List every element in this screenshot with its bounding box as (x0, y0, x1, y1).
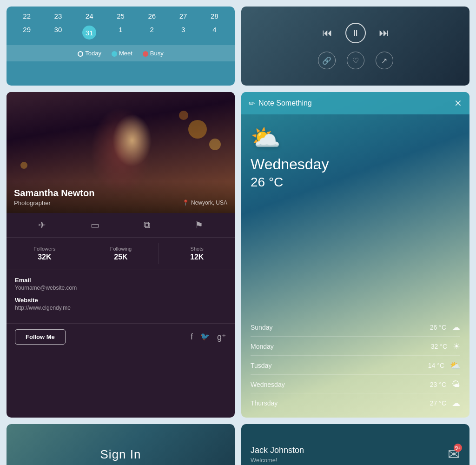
calendar-row1: 22 23 24 25 26 27 28 29 30 31 1 2 3 4 (7, 7, 235, 45)
legend-busy: Busy (143, 50, 164, 57)
music-player-card: ⏮ ⏸ ⏭ 🔗 ♡ ↗ (241, 7, 469, 86)
main-grid: 22 23 24 25 26 27 28 29 30 31 1 2 3 4 To… (0, 0, 476, 465)
forecast-row: Wednesday 23 °C 🌤 (251, 379, 460, 393)
forecast-icon: ☁ (452, 322, 460, 332)
close-button[interactable]: ✕ (454, 98, 462, 109)
profile-action-icons: ✈ ▭ ⧉ ⚑ (7, 213, 235, 238)
forecast-row: Thursday 27 °C ☁ (251, 398, 460, 408)
busy-dot (143, 51, 148, 57)
location-pin-icon: 📍 (182, 199, 189, 206)
cal-day: 27 (167, 10, 198, 22)
cal-day[interactable]: 3 (167, 24, 198, 41)
cal-day: 23 (42, 10, 73, 22)
signin-title: Sign In (100, 447, 141, 462)
cal-day: 24 (74, 10, 105, 22)
cal-day: 22 (11, 10, 42, 22)
profile-photo: Samantha Newton Photographer 📍 Newyork, … (7, 92, 235, 213)
shots-stat: Shots 12K (159, 243, 235, 264)
profile-name: Samantha Newton (14, 188, 227, 199)
send-icon[interactable]: ✈ (38, 219, 46, 231)
email-row: Email Yourname@website.com (15, 277, 226, 291)
calendar-legend: Today Meet Busy (7, 45, 235, 61)
legend-today: Today (78, 50, 101, 57)
cal-day[interactable]: 29 (11, 24, 42, 41)
chat-icon[interactable]: ⧉ (144, 219, 150, 231)
calendar-card: 22 23 24 25 26 27 28 29 30 31 1 2 3 4 To… (7, 7, 235, 86)
bokeh (209, 139, 221, 150)
current-day: Wednesday (251, 156, 460, 173)
follow-me-button[interactable]: Follow Me (15, 329, 66, 345)
note-title: ✏ Note Something (249, 99, 312, 108)
profile-location: 📍 Newyork, USA (182, 199, 227, 206)
notification-name: Jack Johnston (251, 445, 440, 455)
tablet-icon[interactable]: ▭ (91, 219, 99, 231)
weather-main-icon: ⛅ (251, 124, 460, 152)
today-dot (78, 51, 83, 57)
forecast-icon: 🌤 (452, 379, 460, 389)
googleplus-icon[interactable]: g⁺ (217, 332, 226, 342)
current-temp: 26 °C (251, 175, 460, 190)
cal-day: 26 (136, 10, 167, 22)
heart-button[interactable]: ♡ (347, 52, 364, 69)
cal-day[interactable]: 30 (42, 24, 73, 41)
next-button[interactable]: ⏭ (379, 27, 389, 39)
weather-forecast-list: Sunday 26 °C ☁ Monday 32 °C ☀ Tusday 14 … (241, 318, 469, 418)
forecast-row: Tusday 14 °C ⛅ (251, 360, 460, 375)
meet-dot (112, 51, 117, 57)
weather-card: ✏ Note Something ✕ ⛅ Wednesday 26 °C Sun… (241, 92, 469, 418)
flag-icon[interactable]: ⚑ (195, 219, 203, 231)
notification-text: Jack Johnston Welcome! (251, 445, 440, 464)
profile-footer: Follow Me f 🐦 g⁺ (7, 323, 235, 350)
bokeh (179, 111, 188, 120)
profile-info: Email Yourname@website.com Website http:… (7, 270, 235, 323)
forecast-icon: ☁ (452, 398, 460, 408)
cal-day[interactable]: 4 (199, 24, 230, 41)
weather-main: ⛅ Wednesday 26 °C (241, 114, 469, 318)
link-button[interactable]: 🔗 (318, 52, 336, 69)
forecast-icon: ☀ (453, 341, 460, 352)
music-controls: ⏮ ⏸ ⏭ (322, 23, 389, 43)
profile-sub: Photographer 📍 Newyork, USA (14, 199, 227, 206)
notification-icon-wrap: ✉ 9+ (448, 445, 460, 463)
music-actions: 🔗 ♡ ↗ (318, 52, 393, 69)
forecast-icon: ⛅ (450, 360, 460, 371)
share-button[interactable]: ↗ (376, 52, 393, 69)
prev-button[interactable]: ⏮ (322, 27, 332, 39)
cal-day: 28 (199, 10, 230, 22)
profile-card: Samantha Newton Photographer 📍 Newyork, … (7, 92, 235, 418)
facebook-icon[interactable]: f (191, 332, 193, 342)
cal-day[interactable]: 1 (105, 24, 136, 41)
cal-day[interactable]: 2 (136, 24, 167, 41)
following-stat: Following 25K (83, 243, 159, 264)
profile-stats: Followers 32K Following 25K Shots 12K (7, 238, 235, 270)
followers-stat: Followers 32K (7, 243, 83, 264)
cal-day: 25 (105, 10, 136, 22)
profile-overlay: Samantha Newton Photographer 📍 Newyork, … (7, 181, 235, 213)
notification-subtitle: Welcome! (251, 457, 440, 464)
website-row: Website http://www.elgendy.me (15, 297, 226, 311)
signin-card[interactable]: Sign In (7, 424, 235, 465)
forecast-row: Monday 32 °C ☀ (251, 341, 460, 356)
edit-icon: ✏ (249, 99, 255, 108)
cal-day-selected[interactable]: 31 (74, 24, 105, 41)
profile-title: Photographer (14, 199, 51, 206)
social-icons: f 🐦 g⁺ (191, 332, 226, 342)
legend-meet: Meet (112, 50, 132, 57)
pause-button[interactable]: ⏸ (345, 23, 366, 43)
bokeh (188, 120, 207, 139)
notification-badge: 9+ (454, 444, 462, 452)
forecast-row: Sunday 26 °C ☁ (251, 322, 460, 337)
notification-card: Jack Johnston Welcome! ✉ 9+ (241, 424, 469, 465)
twitter-icon[interactable]: 🐦 (200, 332, 210, 342)
weather-header: ✏ Note Something ✕ (241, 92, 469, 114)
bokeh (20, 162, 27, 169)
